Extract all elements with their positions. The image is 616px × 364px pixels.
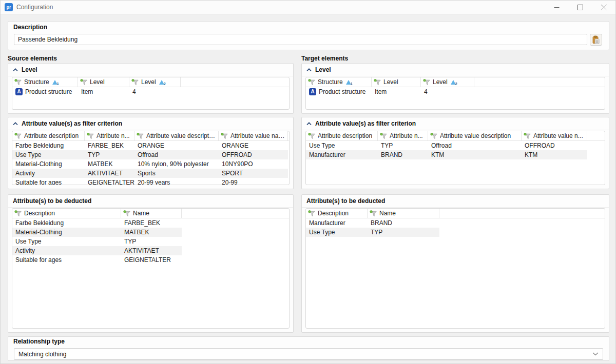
chevron-down-icon [592,352,599,356]
filter-icon[interactable] [370,210,377,217]
sort-indicator-icon: 1 [346,80,352,85]
table-cell: ORANGE [134,141,219,150]
table-cell: Material-Clothing [12,159,85,169]
column-header-label: Attribute value n... [533,132,583,139]
filter-icon[interactable] [131,79,139,86]
sort-indicator-icon: 1 [52,80,58,85]
table-header-row: Attribute descriptionAttribute n...Attri… [306,131,605,141]
table-row[interactable]: ActivityAKTIVITAET [12,246,182,255]
table-cell: TYP [378,141,428,150]
column-header[interactable]: Attribute n... [378,131,428,140]
column-header[interactable]: Attribute description [12,131,85,140]
column-header-label: Structure [318,78,343,86]
table-cell: MATBEK [85,159,134,169]
close-button[interactable] [592,1,615,14]
table-cell: Suitable for ages [12,178,85,185]
collapse-icon[interactable] [306,68,312,72]
column-header-label: Attribute n... [97,132,130,139]
table-row[interactable]: AProduct structureItem4 [12,87,181,96]
source-deducted-table: DescriptionNameFarbe BekleidungFARBE_BEK… [12,208,290,329]
filter-icon[interactable] [137,133,144,139]
maximize-icon [578,5,583,10]
filter-icon[interactable] [221,133,228,139]
table-row[interactable]: Use TypeTYP [306,228,439,237]
description-panel: Description [8,21,609,50]
collapse-icon[interactable] [13,68,18,72]
filter-icon[interactable] [423,79,431,86]
table-cell: BRAND [378,150,428,159]
collapse-icon[interactable] [13,122,18,126]
table-cell: AProduct structure [306,87,372,96]
table-cell: Activity [12,246,121,255]
section-heading: Attribute(s) to be deducted [13,197,91,205]
column-header[interactable]: Structure1 [12,77,78,87]
table-row[interactable]: Suitable for agesGEIGNETALTER [12,255,182,265]
column-header-label: Level [433,78,448,86]
relationship-panel: Relationship type Matching clothing [8,336,609,361]
filter-icon[interactable] [524,133,531,139]
table-cell: Material-Clothing [12,228,121,237]
target-level-table: Structure1LevelLevel2AProduct structureI… [305,77,605,110]
table-row[interactable]: Use TypeTYPOffroadOFFROAD [12,150,288,159]
column-header[interactable]: Level2 [129,77,181,87]
filter-icon[interactable] [308,79,316,86]
column-header[interactable]: Level [78,77,129,87]
table-cell: AProduct structure [12,87,78,96]
filter-icon[interactable] [308,210,316,217]
table-row[interactable]: ManufacturerBRANDKTMKTM [306,150,587,159]
table-row[interactable]: Material-ClothingMATBEK10% nylon, 90% po… [12,159,288,169]
app-icon: pr [5,3,13,11]
column-header[interactable]: Attribute value name [219,131,288,140]
table-cell: Farbe Bekleidung [12,218,121,228]
filter-icon[interactable] [14,79,22,86]
column-header-label: Name [379,210,396,217]
filter-icon[interactable] [308,133,316,139]
column-header[interactable]: Attribute n... [85,131,134,140]
table-row[interactable]: ActivityAKTIVITAETSportsSPORT [12,169,288,178]
source-deducted-panel: Attribute(s) to be deducted DescriptionN… [8,194,294,333]
table-row[interactable]: Farbe BekleidungFARBE_BEK [12,218,182,228]
table-row[interactable]: ManufacturerBRAND [306,218,439,228]
column-header[interactable]: Attribute value description [428,131,522,140]
filter-icon[interactable] [14,133,22,139]
table-cell: TYP [85,150,134,159]
column-header[interactable]: Attribute value description [134,131,219,140]
minimize-icon [554,5,560,10]
column-header[interactable]: Attribute description [306,131,378,140]
column-header[interactable]: Description [306,209,368,218]
minimize-button[interactable] [545,1,568,14]
maximize-button[interactable] [568,1,592,14]
column-header[interactable]: Level [372,77,421,87]
table-row[interactable]: Farbe BekleidungFARBE_BEKORANGEORANGE [12,141,288,150]
paste-button[interactable] [590,34,602,46]
section-heading: Attribute value(s) as filter criterion [315,120,416,127]
section-heading: Level [22,66,37,73]
column-header-label: Attribute description [318,132,372,139]
column-header[interactable]: Name [121,209,182,218]
table-row[interactable]: Material-ClothingMATBEK [12,228,182,237]
description-input[interactable] [14,34,587,45]
column-header-label: Description [24,210,55,217]
filter-icon[interactable] [430,133,438,139]
column-header[interactable]: Attribute value n... [522,131,587,140]
column-header[interactable]: Structure1 [306,77,372,87]
source-level-table: Structure1LevelLevel2AProduct structureI… [12,77,290,110]
table-cell: AKTIVITAET [121,246,182,255]
configuration-window: pr Configuration Description [0,0,616,364]
table-row[interactable]: Use TypeTYP [12,237,182,246]
table-row[interactable]: AProduct structureItem4 [306,87,474,96]
table-row[interactable]: Use TypeTYPOffroadOFFROAD [306,141,587,150]
column-header[interactable]: Level2 [421,77,474,87]
relationship-select[interactable]: Matching clothing [14,348,603,360]
collapse-icon[interactable] [306,122,312,126]
filter-icon[interactable] [374,79,381,86]
filter-icon[interactable] [87,133,94,139]
window-title: Configuration [16,4,53,11]
column-header[interactable]: Description [12,209,121,218]
filter-icon[interactable] [380,133,388,139]
filter-icon[interactable] [80,79,88,86]
filter-icon[interactable] [14,210,22,217]
table-row[interactable]: Suitable for agesGEIGNETALTER20-99 years… [12,178,288,185]
column-header[interactable]: Name [368,209,439,218]
filter-icon[interactable] [123,210,131,217]
